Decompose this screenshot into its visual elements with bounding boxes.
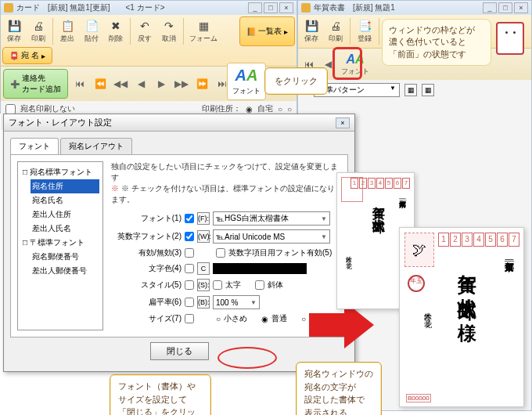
- atena-button[interactable]: 📮 宛 名 ▸: [2, 47, 52, 64]
- addr-1: 東京都年賀市年賀一—一: [397, 195, 408, 203]
- circle-seal: 年玉: [408, 275, 425, 292]
- ratio-cb[interactable]: [185, 298, 194, 307]
- tab-font[interactable]: フォント: [10, 138, 59, 154]
- font-button[interactable]: AA フォント: [338, 51, 372, 78]
- sender-zip: B00000: [406, 395, 431, 402]
- min-btn[interactable]: _: [248, 2, 262, 13]
- dialog-close-button[interactable]: 閉じる: [150, 342, 209, 360]
- nav-first[interactable]: ⏮: [71, 75, 88, 92]
- title-text: カード [新規] 無題1[更新] <1 カード>: [16, 2, 164, 13]
- layout-btn-2[interactable]: ▦: [422, 84, 434, 96]
- tree-sel: 宛名住所: [31, 179, 99, 193]
- max-btn-2[interactable]: □: [498, 2, 512, 13]
- efont-cb[interactable]: [185, 232, 194, 241]
- noprint-checkbox[interactable]: [5, 104, 16, 114]
- nav-prev[interactable]: ◀◀: [112, 75, 129, 92]
- layout-row: ✎ 標準パターン▼ ▦ ▦: [298, 80, 531, 100]
- addr-label: 印刷住所：: [202, 103, 241, 114]
- form-button[interactable]: ▦フォーム: [186, 16, 221, 46]
- app-icon-2: [301, 3, 311, 13]
- nav-rewind[interactable]: ⏪: [92, 75, 109, 92]
- sender-1: 鈴木 花子: [343, 251, 352, 258]
- font-icon-large: AA フォント: [227, 63, 266, 100]
- print-button[interactable]: 🖨印刷: [27, 16, 50, 46]
- font-click-callout: をクリック: [264, 67, 328, 95]
- save-button[interactable]: 💾保存: [2, 16, 26, 46]
- nav-p2[interactable]: ◀: [132, 75, 149, 92]
- font-cb[interactable]: [185, 214, 194, 223]
- close-btn[interactable]: ×: [279, 2, 293, 13]
- enable-cb[interactable]: [185, 248, 194, 258]
- ribbon-1: 💾保存 🖨印刷 📋差出 📄貼付 ✖削除 ↶戻す ↷取消 ▦フォーム 📙 一覧表 …: [1, 15, 297, 67]
- nav-n1[interactable]: ▶: [153, 75, 170, 92]
- list-button[interactable]: 📙 一覧表 ▸: [239, 16, 295, 46]
- tab-layout[interactable]: 宛名レイアウト: [60, 138, 132, 154]
- note-text: 独自の設定をしたい項目にチェックをつけて、設定値を変更します ※ ※ チェックを…: [111, 161, 341, 205]
- postcard-after: 🕊 1234567 東京都年賀市年賀一—一 年賀 状太郎 様 年玉 鈴木 花子 …: [399, 227, 524, 407]
- radio-3[interactable]: ○: [287, 105, 292, 114]
- nav-ff[interactable]: ⏩: [193, 75, 210, 92]
- ratio-combo[interactable]: 100 %▼: [213, 295, 260, 309]
- max-btn[interactable]: □: [264, 2, 278, 13]
- layout-btn-1[interactable]: ▦: [404, 84, 417, 96]
- stamp-area-2: 🕊: [404, 233, 434, 267]
- add-contact-button[interactable]: ➕ 連絡先 カード追加: [3, 69, 68, 99]
- addr-2: 東京都年賀市年賀一—一: [502, 254, 516, 265]
- callout-result: 宛名ウィンドウの宛名の文字が設定した書体で表示される: [296, 362, 382, 415]
- titlebar-2: 年賀表書 [新規] 無題1 _ □ ×: [298, 1, 531, 15]
- radio-2[interactable]: ○: [278, 105, 282, 114]
- redo-button[interactable]: ↷取消: [157, 16, 181, 46]
- zip-1: 1234567: [350, 178, 410, 189]
- color-preview[interactable]: [213, 263, 307, 274]
- close-btn-2[interactable]: ×: [514, 2, 528, 13]
- zip-2: 1234567: [438, 233, 519, 247]
- dialog-tabs: フォント 宛名レイアウト: [10, 138, 348, 155]
- titlebar-1: カード [新規] 無題1[更新] <1 カード> _ □ ×: [1, 1, 297, 15]
- dialog-titlebar: フォント・レイアウト設定 ×: [4, 114, 354, 132]
- undo-button[interactable]: ↶戻す: [133, 16, 156, 46]
- paste-button[interactable]: 📄貼付: [80, 16, 103, 46]
- mascot-icon: [496, 22, 527, 61]
- efont-combo[interactable]: ℡ Arial Unicode MS▼: [213, 229, 330, 244]
- hint-speech: ウィンドウの枠などが濃く色付いていると「前面」の状態です: [382, 19, 491, 66]
- noprint-label: 宛名印刷しない: [20, 103, 75, 114]
- callout-close: フォント（書体）やサイズを設定して「閉じる」をクリック: [110, 374, 211, 415]
- print-button-2[interactable]: 🖨印刷: [324, 16, 347, 46]
- style-cb[interactable]: [185, 280, 194, 290]
- nav-n2[interactable]: ▶▶: [173, 75, 190, 92]
- save-button-2[interactable]: 💾保存: [300, 16, 323, 46]
- name-1: 年賀 状太郎: [370, 197, 386, 209]
- dialog-close-x[interactable]: ×: [336, 117, 350, 128]
- app-icon: [4, 3, 13, 13]
- delete-button[interactable]: ✖削除: [104, 16, 128, 46]
- sender-2: 鈴木 花子: [422, 306, 433, 314]
- size-cb[interactable]: [185, 314, 194, 323]
- font-layout-dialog: フォント・レイアウト設定 × フォント 宛名レイアウト □ 宛名標準フォント 宛…: [3, 114, 355, 372]
- title-text-2: 年賀表書 [新規] 無題1: [314, 2, 395, 13]
- register-button[interactable]: 📑登録: [353, 16, 376, 46]
- color-cb[interactable]: [185, 264, 194, 273]
- cut-button[interactable]: 📋差出: [56, 16, 79, 46]
- name-2: 年賀 状太郎 様: [455, 259, 480, 309]
- category-tree[interactable]: □ 宛名標準フォント 宛名住所 宛名氏名 差出人住所 差出人氏名 □ 〒標準フォ…: [17, 161, 103, 330]
- min-btn-2[interactable]: _: [483, 2, 497, 13]
- font-combo[interactable]: ℡ HGS白洲太楷書体▼: [213, 211, 330, 226]
- radio-home[interactable]: ◉: [246, 105, 253, 114]
